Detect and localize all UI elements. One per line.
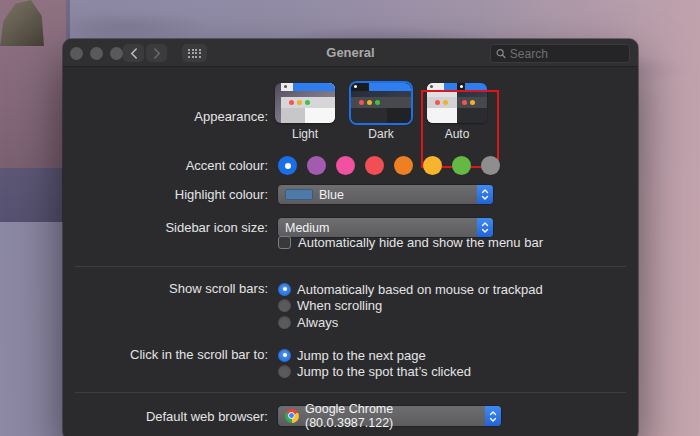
zoom-button[interactable] [110,47,123,60]
accent-colour-pink[interactable] [336,156,355,175]
chevron-up-down-icon [481,221,489,234]
accent-colour-blue[interactable] [278,156,297,175]
appearance-option-label: Auto [445,127,470,141]
highlight-colour-row: Highlight colour: Blue [63,185,493,204]
appearance-option-label: Dark [368,127,393,141]
click-option-spot-clicked[interactable]: Jump to the spot that’s clicked [278,364,471,381]
default-browser-dropdown[interactable]: Google Chrome (80.0.3987.122) [278,406,501,426]
scroll-bars-option-auto[interactable]: Automatically based on mouse or trackpad [278,281,543,298]
appearance-option-auto[interactable]: Auto [425,83,489,141]
accent-colour-yellow[interactable] [423,156,442,175]
highlight-colour-value: Blue [319,188,344,202]
search-icon [496,48,506,59]
radio-button[interactable] [278,316,291,329]
appearance-label: Appearance: [63,83,268,124]
radio-label[interactable]: Jump to the spot that’s clicked [297,364,471,379]
accent-colour-green[interactable] [452,156,471,175]
auto-hide-menu-bar-label[interactable]: Automatically hide and show the menu bar [298,235,543,250]
radio-label[interactable]: Jump to the next page [297,348,426,363]
click-scroll-bar-row: Click in the scroll bar to: Jump to the … [63,347,471,380]
click-scroll-bar-label: Click in the scroll bar to: [63,347,268,380]
radio-label[interactable]: Automatically based on mouse or trackpad [297,282,543,297]
chevron-right-icon [153,48,161,59]
accent-colour-dots [278,156,500,175]
dark-appearance-thumbnail [351,83,411,123]
highlight-colour-dropdown[interactable]: Blue [278,185,493,204]
section-divider [75,266,626,267]
appearance-option-label: Light [292,127,318,141]
show-all-button[interactable] [182,44,207,62]
radio-button[interactable] [278,299,291,312]
accent-colour-row: Accent colour: [63,156,500,175]
accent-colour-label: Accent colour: [63,158,268,173]
chevron-left-icon [130,48,138,59]
default-browser-value: Google Chrome (80.0.3987.122) [305,402,479,430]
scroll-bars-option-when-scrolling[interactable]: When scrolling [278,298,543,315]
show-scroll-bars-row: Show scroll bars: Automatically based on… [63,281,543,331]
radio-label[interactable]: Always [297,315,338,330]
menu-bar-row: Automatically hide and show the menu bar [63,235,543,250]
appearance-option-dark[interactable]: Dark [349,83,413,141]
close-button[interactable] [70,47,83,60]
default-browser-label: Default web browser: [63,409,268,424]
search-field[interactable] [490,44,630,63]
show-scroll-bars-label: Show scroll bars: [63,281,268,331]
chevron-up-down-icon [481,188,489,201]
light-appearance-thumbnail [275,83,335,123]
auto-appearance-thumbnail [427,83,487,123]
minimize-button[interactable] [90,47,103,60]
highlight-colour-swatch [285,189,313,200]
highlight-colour-label: Highlight colour: [63,187,268,202]
titlebar: General [63,39,638,67]
radio-label[interactable]: When scrolling [297,298,382,313]
system-preferences-window: General Appearance: Light [63,39,638,436]
search-input[interactable] [510,47,624,61]
section-divider [75,392,626,393]
accent-colour-graphite[interactable] [481,156,500,175]
general-pane: Appearance: Light [63,67,638,436]
back-button[interactable] [123,44,144,62]
appearance-row: Appearance: Light [63,83,489,141]
click-option-next-page[interactable]: Jump to the next page [278,347,471,364]
radio-button[interactable] [278,283,291,296]
traffic-lights [70,47,123,60]
forward-button[interactable] [146,44,167,62]
accent-colour-purple[interactable] [307,156,326,175]
accent-colour-orange[interactable] [394,156,413,175]
accent-colour-red[interactable] [365,156,384,175]
default-browser-row: Default web browser: Google Chrome (80.0… [63,406,501,426]
sidebar-icon-size-label: Sidebar icon size: [63,220,268,235]
chevron-up-down-icon [489,410,497,423]
appearance-option-light[interactable]: Light [273,83,337,141]
grid-icon [188,49,201,58]
radio-button[interactable] [278,365,291,378]
scroll-bars-option-always[interactable]: Always [278,314,543,331]
sidebar-icon-size-value: Medium [285,221,329,235]
dropdown-stepper [485,406,501,426]
radio-button[interactable] [278,349,291,362]
auto-hide-menu-bar-checkbox[interactable] [278,236,291,249]
dropdown-stepper [477,185,493,204]
chrome-icon [285,409,299,423]
